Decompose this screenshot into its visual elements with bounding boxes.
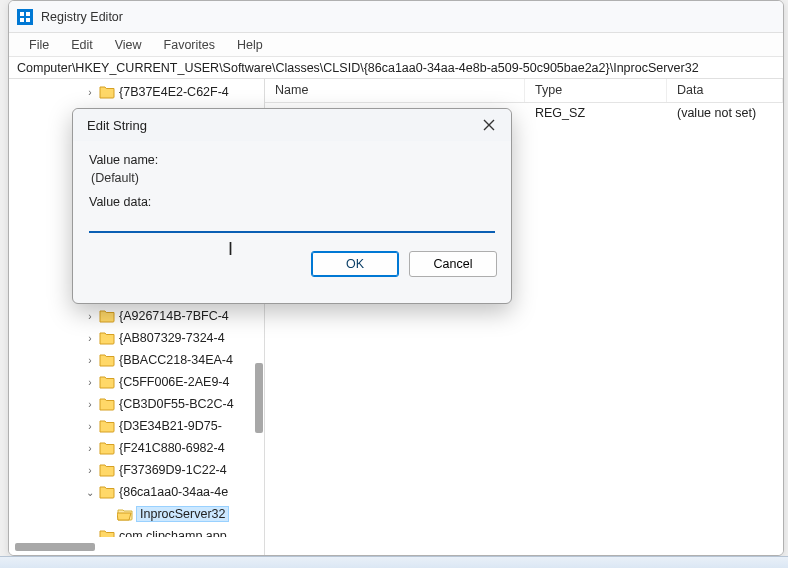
window-title: Registry Editor — [41, 10, 123, 24]
values-header: Name Type Data — [265, 79, 783, 103]
ok-button[interactable]: OK — [311, 251, 399, 277]
column-header-name[interactable]: Name — [265, 79, 525, 102]
folder-icon — [99, 309, 115, 323]
tree-item[interactable]: com.clipchamp.app — [9, 525, 264, 537]
menu-file[interactable]: File — [19, 36, 59, 54]
regedit-app-icon — [17, 9, 33, 25]
value-data-input[interactable] — [89, 209, 495, 233]
tree-item[interactable]: ›{F241C880-6982-4 — [9, 437, 264, 459]
tree-item[interactable]: ›{D3E34B21-9D75- — [9, 415, 264, 437]
value-cell-type: REG_SZ — [525, 106, 667, 120]
tree-item[interactable]: ›{BBACC218-34EA-4 — [9, 349, 264, 371]
menu-bar: File Edit View Favorites Help — [9, 33, 783, 57]
menu-edit[interactable]: Edit — [61, 36, 103, 54]
chevron-right-icon[interactable]: › — [83, 419, 97, 433]
address-bar[interactable]: Computer\HKEY_CURRENT_USER\Software\Clas… — [9, 57, 783, 79]
edit-string-dialog: Edit String Value name: (Default) Value … — [72, 108, 512, 304]
tree-item[interactable]: ›{C5FF006E-2AE9-4 — [9, 371, 264, 393]
chevron-down-icon[interactable]: ⌄ — [83, 485, 97, 499]
folder-icon — [117, 507, 133, 521]
chevron-right-icon[interactable]: › — [83, 375, 97, 389]
expander-spacer — [101, 507, 115, 521]
cancel-button[interactable]: Cancel — [409, 251, 497, 277]
tree-item[interactable]: ›{F37369D9-1C22-4 — [9, 459, 264, 481]
tree-item-label: {F37369D9-1C22-4 — [119, 463, 227, 477]
svg-rect-3 — [20, 18, 24, 22]
value-name-field: (Default) — [89, 167, 495, 191]
tree-item[interactable]: ›{CB3D0F55-BC2C-4 — [9, 393, 264, 415]
value-cell-data: (value not set) — [667, 106, 783, 120]
column-header-data[interactable]: Data — [667, 79, 783, 102]
menu-view[interactable]: View — [105, 36, 152, 54]
tree-item-label: {C5FF006E-2AE9-4 — [119, 375, 229, 389]
folder-icon — [99, 485, 115, 499]
tree-item[interactable]: ›{A926714B-7BFC-4 — [9, 305, 264, 327]
menu-favorites[interactable]: Favorites — [154, 36, 225, 54]
folder-icon — [99, 375, 115, 389]
svg-rect-4 — [26, 18, 30, 22]
chevron-right-icon[interactable]: › — [83, 353, 97, 367]
tree-item-label: InprocServer32 — [137, 507, 228, 521]
value-name-label: Value name: — [89, 153, 495, 167]
column-header-type[interactable]: Type — [525, 79, 667, 102]
tree-item-label: {CB3D0F55-BC2C-4 — [119, 397, 234, 411]
folder-icon — [99, 85, 115, 99]
folder-icon — [99, 397, 115, 411]
folder-icon — [99, 353, 115, 367]
tree-horizontal-scrollbar-thumb[interactable] — [15, 543, 95, 551]
tree-item-label: {86ca1aa0-34aa-4e — [119, 485, 228, 499]
tree-item[interactable]: InprocServer32 — [9, 503, 264, 525]
folder-icon — [99, 331, 115, 345]
tree-item[interactable]: ›{7B37E4E2-C62F-4 — [9, 81, 264, 103]
dialog-body: Value name: (Default) Value data: — [73, 141, 511, 243]
tree-item-label: {A926714B-7BFC-4 — [119, 309, 229, 323]
dialog-title-bar[interactable]: Edit String — [73, 109, 511, 141]
chevron-right-icon[interactable]: › — [83, 309, 97, 323]
chevron-right-icon[interactable]: › — [83, 331, 97, 345]
chevron-right-icon[interactable]: › — [83, 397, 97, 411]
tree-item-label: {AB807329-7324-4 — [119, 331, 225, 345]
tree-item-label: {D3E34B21-9D75- — [119, 419, 222, 433]
title-bar: Registry Editor — [9, 1, 783, 33]
folder-icon — [99, 441, 115, 455]
tree-item[interactable]: ›{AB807329-7324-4 — [9, 327, 264, 349]
expander-spacer — [83, 529, 97, 537]
menu-help[interactable]: Help — [227, 36, 273, 54]
chevron-right-icon[interactable]: › — [83, 463, 97, 477]
chevron-right-icon[interactable]: › — [83, 85, 97, 99]
tree-item-label: com.clipchamp.app — [119, 529, 227, 537]
taskbar[interactable] — [0, 556, 788, 568]
tree-vertical-scrollbar-thumb[interactable] — [255, 363, 263, 433]
tree-item-label: {7B37E4E2-C62F-4 — [119, 85, 229, 99]
chevron-right-icon[interactable]: › — [83, 441, 97, 455]
svg-rect-2 — [26, 12, 30, 16]
dialog-title: Edit String — [87, 118, 147, 133]
tree-item[interactable]: ⌄{86ca1aa0-34aa-4e — [9, 481, 264, 503]
tree-item-label: {F241C880-6982-4 — [119, 441, 225, 455]
dialog-buttons: OK Cancel — [73, 243, 511, 289]
close-icon[interactable] — [477, 113, 501, 137]
tree-item-label: {BBACC218-34EA-4 — [119, 353, 233, 367]
folder-icon — [99, 463, 115, 477]
folder-icon — [99, 529, 115, 537]
folder-icon — [99, 419, 115, 433]
svg-rect-1 — [20, 12, 24, 16]
value-data-label: Value data: — [89, 195, 495, 209]
